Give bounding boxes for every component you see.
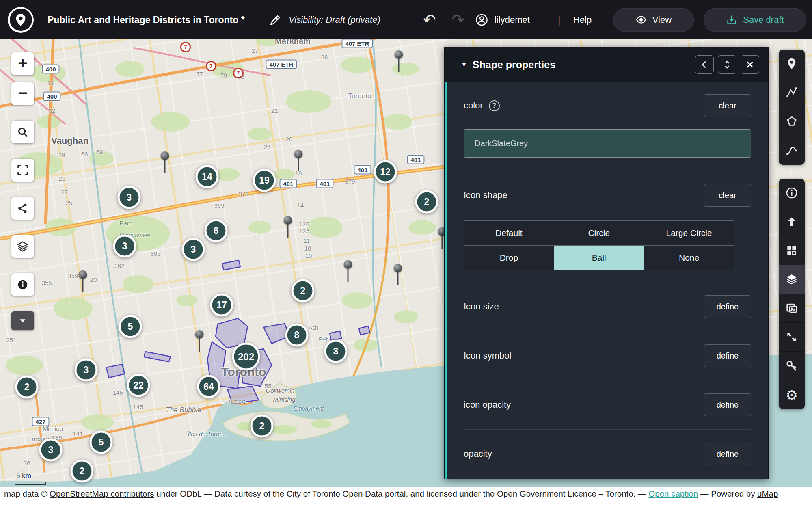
shape-option-circle[interactable]: Circle: [554, 220, 644, 246]
about-button[interactable]: [11, 273, 34, 296]
cluster-marker[interactable]: 8: [285, 324, 309, 347]
property-label: icon opacity: [464, 400, 511, 410]
map-pin[interactable]: [343, 260, 352, 285]
cluster-marker[interactable]: 2: [292, 279, 315, 303]
define-rows: Icon sizedefineIcon symboldefineicon opa…: [464, 282, 751, 478]
manage-layers-button[interactable]: [779, 265, 805, 294]
cluster-marker[interactable]: 202: [232, 343, 260, 371]
user-menu[interactable]: lilydemet: [475, 13, 530, 26]
curve-icon: [785, 144, 798, 157]
map-title[interactable]: Public Art and Heritage Districts in Tor…: [48, 14, 245, 25]
share-button[interactable]: [11, 197, 34, 220]
cluster-marker[interactable]: 5: [90, 431, 113, 454]
open-caption-link[interactable]: Open caption: [648, 489, 698, 498]
cluster-marker[interactable]: 2: [15, 376, 39, 399]
help-link[interactable]: Help: [573, 15, 592, 25]
map-pin[interactable]: [160, 151, 169, 176]
define-button[interactable]: define: [704, 344, 751, 367]
property-label: opacity: [464, 449, 492, 459]
edit-caption-button[interactable]: [779, 294, 805, 323]
map-pin[interactable]: [283, 216, 292, 240]
road-number-label: 146: [112, 389, 123, 396]
import-data-button[interactable]: [779, 207, 805, 236]
cluster-marker[interactable]: 19: [253, 169, 276, 192]
road-number-label: 88: [321, 54, 328, 61]
permissions-button[interactable]: [779, 352, 805, 380]
road-number-label: 145: [133, 404, 143, 411]
shape-option-large-circle[interactable]: Large Circle: [644, 220, 734, 246]
save-draft-button[interactable]: Save draft: [704, 8, 806, 32]
share-icon: [17, 202, 29, 214]
search-button[interactable]: [11, 121, 34, 143]
map-pin[interactable]: [394, 50, 403, 75]
draw-marker-button[interactable]: [779, 50, 805, 78]
icon-shape-clear-button[interactable]: clear: [704, 184, 751, 207]
umap-logo[interactable]: [8, 7, 34, 33]
center-map-button[interactable]: [779, 323, 805, 352]
cluster-marker[interactable]: 3: [118, 186, 141, 209]
define-button[interactable]: define: [704, 443, 751, 465]
undo-button[interactable]: ↶: [423, 12, 436, 28]
collapse-caret-icon: ▼: [461, 61, 467, 68]
road-number-label: 379: [345, 178, 355, 185]
caret-down-icon: [18, 316, 27, 325]
help-icon[interactable]: ?: [489, 100, 500, 111]
draw-polyline-button[interactable]: [779, 78, 805, 107]
cluster-marker[interactable]: 2: [251, 415, 274, 438]
panel-back-button[interactable]: [695, 55, 714, 74]
visibility-group[interactable]: Visibility: Draft (private): [269, 13, 380, 26]
cluster-marker[interactable]: 5: [119, 315, 142, 338]
cluster-marker[interactable]: 3: [182, 238, 205, 261]
define-button[interactable]: define: [704, 393, 751, 416]
map-pin[interactable]: [195, 330, 204, 354]
zoom-in-button[interactable]: +: [11, 52, 34, 75]
shape-option-none[interactable]: None: [644, 245, 734, 270]
top-bar: Public Art and Heritage Districts in Tor…: [0, 0, 812, 39]
define-button[interactable]: define: [704, 295, 751, 318]
cluster-marker[interactable]: 17: [210, 294, 233, 317]
map-pin[interactable]: [294, 150, 303, 174]
attribution-bar: map data © OpenStreetMap contributors un…: [0, 487, 812, 510]
cluster-marker[interactable]: 3: [113, 235, 136, 258]
osm-contributors-link[interactable]: OpenStreetMap contributors: [50, 489, 154, 498]
umap-link[interactable]: uMap: [757, 489, 778, 498]
map-pin[interactable]: [78, 270, 87, 295]
shape-option-ball[interactable]: Ball: [554, 245, 644, 270]
road-number-label: 69: [96, 149, 103, 156]
view-button[interactable]: View: [613, 8, 694, 32]
layers-button[interactable]: [11, 235, 34, 258]
redo-button[interactable]: ↷: [451, 12, 464, 28]
panel-close-button[interactable]: [741, 55, 759, 74]
map-tiles-button[interactable]: [779, 236, 805, 265]
color-clear-button[interactable]: clear: [704, 94, 751, 117]
cluster-marker[interactable]: 12: [374, 160, 397, 184]
road-number-label: 26: [264, 143, 271, 150]
draw-polygon-button[interactable]: [779, 107, 805, 136]
cluster-marker[interactable]: 2: [415, 190, 438, 214]
cluster-marker[interactable]: 3: [75, 359, 98, 382]
caption-icon: [785, 302, 798, 315]
cluster-marker[interactable]: 3: [324, 340, 348, 363]
fullscreen-button[interactable]: [11, 159, 34, 182]
cluster-marker[interactable]: 14: [196, 165, 219, 188]
map-settings-button[interactable]: ⚙: [779, 380, 805, 409]
gear-icon: ⚙: [786, 388, 798, 402]
icon-shape-options: DefaultCircleLarge CircleDropBallNone: [464, 220, 734, 270]
cluster-marker[interactable]: 22: [127, 374, 150, 397]
cluster-marker[interactable]: 64: [197, 375, 220, 398]
shape-option-default[interactable]: Default: [464, 220, 554, 246]
cluster-marker[interactable]: 3: [39, 439, 63, 462]
marker-icon: [785, 57, 798, 70]
shape-option-drop[interactable]: Drop: [464, 245, 554, 270]
panel-title[interactable]: ▼ Shape properties: [461, 59, 555, 71]
panel-resize-button[interactable]: [718, 55, 736, 74]
draw-curve-button[interactable]: [779, 136, 805, 165]
zoom-out-button[interactable]: −: [11, 82, 34, 105]
color-value-field[interactable]: DarkSlateGrey: [464, 129, 751, 158]
more-controls-button[interactable]: [11, 311, 34, 330]
cluster-marker[interactable]: 2: [71, 460, 94, 483]
cluster-marker[interactable]: 6: [205, 219, 228, 242]
map-pin[interactable]: [393, 264, 402, 288]
highway-shield: 400: [43, 92, 60, 101]
map-about-button[interactable]: [779, 179, 805, 207]
